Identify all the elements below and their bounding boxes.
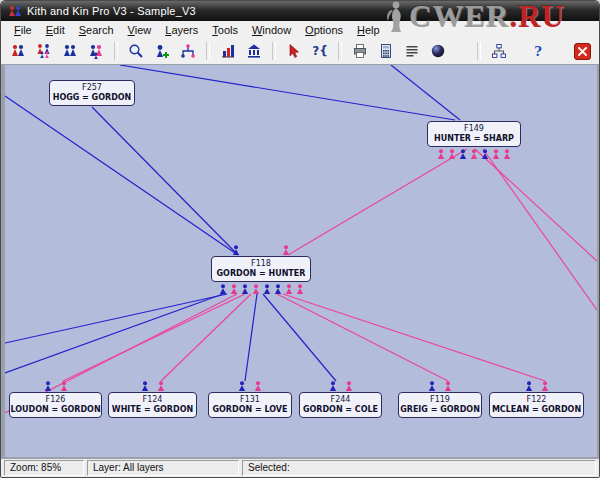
person-icon[interactable] <box>470 149 478 159</box>
parent-icons-F126 <box>9 381 102 391</box>
person-icon[interactable] <box>459 149 467 159</box>
toolbar-separator <box>272 42 276 60</box>
menu-search[interactable]: Search <box>72 23 121 37</box>
person-icon[interactable] <box>481 149 489 159</box>
family-with-children-button[interactable] <box>32 40 56 62</box>
family-link-line <box>245 294 257 381</box>
family-id: F149 <box>464 124 484 134</box>
family-id: F257 <box>82 83 102 93</box>
person-icon[interactable] <box>232 245 240 255</box>
menu-edit[interactable]: Edit <box>39 23 72 37</box>
parent-icons-F131 <box>208 381 292 391</box>
family-label: GREIG = GORDON <box>400 405 480 415</box>
person-icon[interactable] <box>444 381 452 391</box>
family-box-F126[interactable]: F126 LOUDON = GORDON <box>9 392 102 418</box>
menu-file[interactable]: File <box>7 23 39 37</box>
zoom-button[interactable] <box>124 40 148 62</box>
status-zoom: Zoom: 85% <box>4 460 84 476</box>
family-box-F124[interactable]: F124 WHITE = GORDON <box>108 392 197 418</box>
query-brace-button[interactable]: ?{ <box>308 40 332 62</box>
person-icon[interactable] <box>263 284 271 294</box>
family-label: HOGG = GORDON <box>53 93 132 103</box>
person-icon[interactable] <box>241 284 249 294</box>
person-icon[interactable] <box>60 381 68 391</box>
family-id: F119 <box>430 395 450 405</box>
zoom-icon <box>128 43 144 59</box>
title-bar[interactable]: Kith and Kin Pro V3 - Sample_V3 <box>1 1 599 21</box>
tree-canvas[interactable]: F257 HOGG = GORDON F149 HUNTER = SHARP F… <box>5 65 597 457</box>
family-box-F257[interactable]: F257 HOGG = GORDON <box>49 80 135 106</box>
person-icon[interactable] <box>157 381 165 391</box>
text-list-icon <box>404 43 420 59</box>
parent-icons-F124 <box>108 381 197 391</box>
calculator-button[interactable] <box>374 40 398 62</box>
help-button[interactable]: ? <box>526 40 550 62</box>
person-icon[interactable] <box>525 381 533 391</box>
window-title: Kith and Kin Pro V3 - Sample_V3 <box>27 5 196 17</box>
person-icon[interactable] <box>141 381 149 391</box>
bank-button[interactable] <box>242 40 266 62</box>
children-icons-F118 <box>211 284 311 294</box>
status-bar: Zoom: 85% Layer: All layers Selected: <box>1 459 599 477</box>
menu-options[interactable]: Options <box>298 23 350 37</box>
person-icon[interactable] <box>345 381 353 391</box>
person-icon[interactable] <box>219 284 227 294</box>
menu-tools[interactable]: Tools <box>205 23 245 37</box>
menu-view[interactable]: View <box>121 23 159 37</box>
person-icon[interactable] <box>44 381 52 391</box>
globe-button[interactable] <box>426 40 450 62</box>
family-box-F119[interactable]: F119 GREIG = GORDON <box>398 392 482 418</box>
close-button[interactable] <box>574 43 591 60</box>
toolbar-separator <box>206 42 210 60</box>
family-id: F126 <box>46 395 66 405</box>
person-icon[interactable] <box>428 381 436 391</box>
site-map-button[interactable] <box>487 40 511 62</box>
menu-window[interactable]: Window <box>245 23 298 37</box>
family-box-F131[interactable]: F131 GORDON = LOVE <box>208 392 292 418</box>
family-link-line <box>5 96 238 255</box>
family-id: F244 <box>331 395 351 405</box>
site-map-icon <box>491 43 507 59</box>
person-icon[interactable] <box>252 284 260 294</box>
family-link-line <box>475 149 597 261</box>
family-box-F118[interactable]: F118 GORDON = HUNTER <box>211 256 311 282</box>
family-box-F244[interactable]: F244 GORDON = COLE <box>299 392 382 418</box>
person-icon[interactable] <box>274 284 282 294</box>
person-icon[interactable] <box>329 381 337 391</box>
bank-icon <box>246 43 262 59</box>
family-label: LOUDON = GORDON <box>10 405 100 415</box>
print-button[interactable] <box>348 40 372 62</box>
family-pair-button[interactable] <box>6 40 30 62</box>
family-add-button[interactable] <box>84 40 108 62</box>
person-icon[interactable] <box>541 381 549 391</box>
family-link-line <box>161 294 251 381</box>
family-box-F122[interactable]: F122 MCLEAN = GORDON <box>489 392 584 418</box>
person-icon[interactable] <box>503 149 511 159</box>
person-icon[interactable] <box>285 284 293 294</box>
person-icon[interactable] <box>492 149 500 159</box>
menu-help[interactable]: Help <box>350 23 387 37</box>
person-icon[interactable] <box>230 284 238 294</box>
parent-icons-F118 <box>211 245 311 255</box>
pointer-icon <box>286 43 302 59</box>
person-icon[interactable] <box>296 284 304 294</box>
person-icon[interactable] <box>437 149 445 159</box>
person-icon[interactable] <box>448 149 456 159</box>
family-link-line <box>63 294 245 381</box>
query-brace-icon: ?{ <box>312 44 328 58</box>
add-person-button[interactable] <box>150 40 174 62</box>
chart-icon <box>220 43 236 59</box>
family-label: GORDON = COLE <box>303 405 378 415</box>
app-window: Kith and Kin Pro V3 - Sample_V3 CWER.RU … <box>0 0 600 478</box>
text-list-button[interactable] <box>400 40 424 62</box>
menu-layers[interactable]: Layers <box>158 23 205 37</box>
relationships-button[interactable] <box>176 40 200 62</box>
family-couple-button[interactable] <box>58 40 82 62</box>
chart-button[interactable] <box>216 40 240 62</box>
person-icon[interactable] <box>238 381 246 391</box>
person-icon[interactable] <box>254 381 262 391</box>
family-box-F149[interactable]: F149 HUNTER = SHARP <box>427 121 521 147</box>
family-link-line <box>288 149 467 255</box>
pointer-button[interactable] <box>282 40 306 62</box>
person-icon[interactable] <box>282 245 290 255</box>
